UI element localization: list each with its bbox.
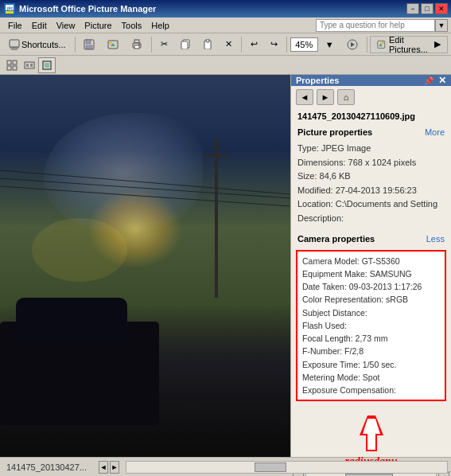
zoom-box: ▼ bbox=[290, 36, 340, 53]
picture-props-content: Type: JPEG Image Dimensions: 768 x 1024 … bbox=[291, 140, 451, 231]
prop-dimensions: Dimensions: 768 x 1024 pixels bbox=[297, 156, 445, 170]
zoom-dropdown[interactable]: ▼ bbox=[320, 36, 340, 53]
menu-picture[interactable]: Picture bbox=[80, 19, 116, 32]
single-view-icon bbox=[41, 60, 52, 71]
edit-pictures-button[interactable]: Edit Pictures... ▶ bbox=[370, 36, 448, 53]
help-input[interactable] bbox=[316, 19, 435, 32]
toolbar-sep-4 bbox=[286, 37, 287, 53]
prop-size: Size: 84,6 KB bbox=[297, 170, 445, 184]
props-nav: ◄ ► ⌂ bbox=[291, 86, 451, 108]
toolbar-sep-3 bbox=[241, 37, 242, 53]
svg-rect-28 bbox=[7, 66, 11, 70]
view-filmstrip-button[interactable] bbox=[21, 57, 38, 73]
camera-section-title: Camera properties bbox=[297, 234, 375, 244]
nav-home-button[interactable]: ⌂ bbox=[337, 89, 355, 105]
shortcuts-button[interactable]: Shortcuts... bbox=[3, 36, 72, 53]
svg-marker-22 bbox=[351, 42, 355, 47]
camera-section-header: Camera properties Less bbox=[291, 231, 451, 247]
menu-edit[interactable]: Edit bbox=[27, 19, 52, 32]
svg-rect-32 bbox=[30, 64, 33, 67]
slider-thumb[interactable] bbox=[255, 462, 286, 472]
edit-icon bbox=[377, 39, 385, 50]
view-single-button[interactable] bbox=[38, 57, 56, 73]
up-arrow-svg bbox=[352, 408, 391, 455]
help-search: ▼ bbox=[316, 19, 448, 32]
camera-props-box: Camera Model: GT-S5360 Equipment Make: S… bbox=[296, 250, 446, 402]
shortcuts-label: Shortcuts... bbox=[21, 40, 66, 49]
picture-section-title: Picture properties bbox=[297, 127, 372, 137]
svg-line-35 bbox=[0, 170, 290, 194]
content-area: Properties 📌 ✕ ◄ ► ⌂ 141475_201304271106… bbox=[0, 75, 451, 457]
svg-rect-34 bbox=[45, 63, 49, 68]
save-button[interactable] bbox=[78, 36, 100, 53]
svg-line-37 bbox=[0, 186, 290, 206]
shortcuts-icon bbox=[9, 39, 20, 50]
edit-dropdown-icon: ▶ bbox=[434, 39, 441, 49]
svg-rect-26 bbox=[7, 60, 11, 64]
zoom-go-button[interactable] bbox=[341, 36, 364, 53]
cam-flash: Flash Used: bbox=[302, 319, 440, 332]
close-button[interactable]: ✕ bbox=[435, 3, 448, 14]
svg-rect-8 bbox=[86, 40, 91, 44]
help-dropdown-arrow[interactable]: ▼ bbox=[435, 19, 448, 32]
minimize-button[interactable]: − bbox=[406, 3, 419, 14]
get-pictures-icon bbox=[107, 39, 119, 50]
view-thumbnails-button[interactable] bbox=[3, 57, 21, 73]
image-panel bbox=[0, 75, 290, 457]
svg-point-12 bbox=[110, 41, 112, 44]
cam-comp: Exposure Compensation: bbox=[302, 384, 440, 396]
properties-header: Properties 📌 ✕ bbox=[291, 75, 451, 86]
menu-bar: File Edit View Picture Tools Help ▼ bbox=[0, 18, 451, 33]
scroll-track[interactable] bbox=[305, 473, 437, 476]
svg-rect-4 bbox=[10, 40, 19, 47]
copy-button[interactable] bbox=[175, 36, 196, 53]
image-nav-arrows: ◄ ► bbox=[95, 461, 122, 474]
delete-button[interactable]: ✕ bbox=[220, 36, 238, 53]
svg-rect-27 bbox=[13, 60, 17, 64]
toolbar-sep-2 bbox=[151, 37, 152, 53]
svg-marker-24 bbox=[379, 42, 383, 45]
svg-rect-30 bbox=[25, 62, 34, 68]
zoom-input[interactable] bbox=[290, 37, 318, 52]
prev-image-button[interactable]: ◄ bbox=[99, 461, 108, 474]
prop-location: Location: C:\Documents and Setting bbox=[297, 197, 445, 212]
undo-button[interactable]: ↩ bbox=[245, 36, 263, 53]
maximize-button[interactable]: □ bbox=[421, 3, 434, 14]
menu-tools[interactable]: Tools bbox=[117, 19, 147, 32]
print-button[interactable] bbox=[126, 36, 148, 53]
nav-forward-button[interactable]: ► bbox=[317, 89, 334, 105]
svg-rect-2 bbox=[6, 11, 14, 14]
app-icon: pic bbox=[3, 2, 16, 15]
more-link[interactable]: More bbox=[425, 127, 445, 137]
toolbar-sep-1 bbox=[75, 37, 76, 53]
get-pictures-button[interactable] bbox=[102, 36, 124, 53]
paste-button[interactable] bbox=[197, 36, 218, 53]
next-image-button[interactable]: ► bbox=[110, 461, 119, 474]
svg-line-36 bbox=[0, 178, 290, 198]
window-controls[interactable]: − □ ✕ bbox=[406, 3, 448, 14]
menu-view[interactable]: View bbox=[52, 19, 80, 32]
cam-date: Date Taken: 09-03-2013 1:17:26 bbox=[302, 280, 440, 293]
svg-rect-9 bbox=[86, 45, 92, 49]
cam-focal: Focal Length: 2,73 mm bbox=[302, 332, 440, 345]
menu-file[interactable]: File bbox=[3, 19, 27, 32]
app-title: Microsoft Office Picture Manager bbox=[19, 4, 406, 14]
cam-metering: Metering Mode: Spot bbox=[302, 371, 440, 384]
nav-back-button[interactable]: ◄ bbox=[296, 89, 313, 105]
filmstrip-icon bbox=[24, 60, 35, 71]
scene-svg bbox=[0, 75, 290, 457]
svg-rect-14 bbox=[134, 40, 139, 43]
thumbnail-slider[interactable] bbox=[126, 461, 448, 474]
properties-title: Properties bbox=[296, 76, 424, 85]
menu-help[interactable]: Help bbox=[146, 19, 174, 32]
toolbar: Shortcuts... ✂ bbox=[0, 33, 451, 56]
svg-point-16 bbox=[138, 44, 140, 45]
svg-point-42 bbox=[32, 218, 127, 282]
less-link[interactable]: Less bbox=[426, 234, 445, 244]
status-bar: 141475_20130427... ◄ ► bbox=[0, 457, 451, 476]
redo-button[interactable]: ↪ bbox=[265, 36, 283, 53]
properties-close-button[interactable]: ✕ bbox=[438, 75, 446, 86]
cut-button[interactable]: ✂ bbox=[155, 36, 173, 53]
toolbar-sep-5 bbox=[367, 37, 367, 53]
svg-text:pic: pic bbox=[7, 6, 13, 10]
